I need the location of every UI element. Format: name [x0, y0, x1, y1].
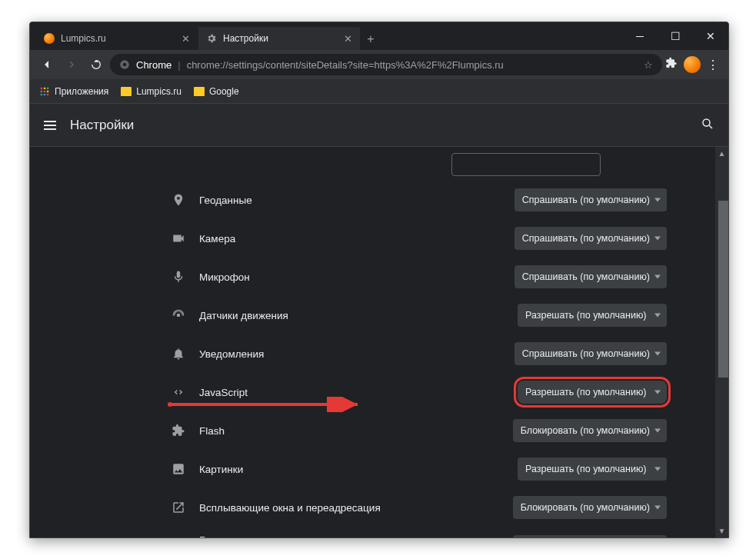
- tab-title: Настройки: [223, 33, 268, 44]
- new-tab-button[interactable]: +: [360, 28, 381, 50]
- permission-row-location: ГеоданныеСпрашивать (по умолчанию): [144, 181, 667, 219]
- permission-row-popup: Всплывающие окна и переадресацияБлокиров…: [144, 488, 667, 527]
- scrollbar[interactable]: ▲ ▼: [715, 147, 728, 537]
- bookmark-label: Lumpics.ru: [136, 86, 182, 97]
- scheme-label: Chrome: [136, 59, 172, 71]
- permission-label: Реклама: [199, 534, 501, 537]
- svg-line-12: [709, 125, 712, 128]
- image-icon: [170, 462, 187, 476]
- gear-icon: [206, 33, 217, 44]
- search-icon[interactable]: [701, 117, 714, 134]
- apps-icon: [39, 86, 50, 97]
- permission-select-camera[interactable]: Спрашивать (по умолчанию): [515, 227, 667, 250]
- popup-icon: [170, 501, 187, 514]
- bookmark-star-icon[interactable]: ☆: [644, 59, 653, 71]
- svg-point-1: [123, 63, 127, 67]
- permission-select-mic[interactable]: Спрашивать (по умолчанию): [515, 265, 667, 288]
- folder-icon: [121, 87, 132, 96]
- scroll-up-icon[interactable]: ▲: [715, 147, 728, 160]
- window-controls: ─ ☐ ✕: [622, 22, 728, 50]
- permission-select-puzzle[interactable]: Блокировать (по умолчанию): [513, 419, 667, 442]
- extensions-icon[interactable]: [665, 57, 678, 72]
- bookmark-label: Google: [209, 86, 239, 97]
- permission-select-motion[interactable]: Разрешать (по умолчанию): [518, 304, 667, 327]
- bookmark-folder-google[interactable]: Google: [194, 86, 239, 97]
- permission-value: Разрешать (по умолчанию): [525, 387, 646, 398]
- permission-row-camera: КамераСпрашивать (по умолчанию): [144, 219, 667, 258]
- permission-value: Спрашивать (по умолчанию): [522, 271, 650, 282]
- svg-point-11: [703, 119, 710, 126]
- permission-select-location[interactable]: Спрашивать (по умолчанию): [515, 188, 667, 211]
- browser-window: Lumpics.ru ✕ Настройки ✕ + ─ ☐ ✕: [29, 22, 729, 538]
- forward-button[interactable]: [61, 54, 82, 75]
- permission-label: Всплывающие окна и переадресация: [199, 502, 501, 514]
- scroll-down-icon[interactable]: ▼: [715, 524, 728, 537]
- permission-label: Картинки: [199, 464, 505, 475]
- permission-row-image: КартинкиРазрешать (по умолчанию): [144, 450, 667, 488]
- camera-icon: [170, 231, 187, 245]
- page-title: Настройки: [70, 118, 134, 133]
- svg-point-13: [177, 314, 181, 318]
- permission-label: Flash: [199, 425, 501, 437]
- menu-icon[interactable]: [44, 121, 56, 130]
- settings-content: ГеоданныеСпрашивать (по умолчанию)Камера…: [30, 147, 728, 537]
- svg-rect-6: [44, 90, 45, 92]
- svg-rect-5: [41, 90, 42, 92]
- permission-row-mic: МикрофонСпрашивать (по умолчанию): [144, 258, 667, 296]
- url-text: chrome://settings/content/siteDetails?si…: [187, 59, 638, 71]
- permission-select-image[interactable]: Разрешать (по умолчанию): [518, 458, 667, 481]
- bookmark-label: Приложения: [55, 86, 108, 97]
- close-window-button[interactable]: ✕: [693, 22, 728, 50]
- maximize-button[interactable]: ☐: [658, 22, 693, 50]
- bookmarks-bar: Приложения Lumpics.ru Google: [30, 79, 728, 104]
- tab-lumpics[interactable]: Lumpics.ru ✕: [36, 27, 198, 50]
- close-icon[interactable]: ✕: [344, 33, 352, 45]
- address-bar[interactable]: Chrome | chrome://settings/content/siteD…: [110, 54, 662, 75]
- motion-icon: [170, 308, 187, 322]
- menu-button[interactable]: ⋮: [707, 58, 719, 72]
- permission-label: Камера: [199, 233, 502, 245]
- permission-row-bell: УведомленияСпрашивать (по умолчанию): [144, 334, 667, 373]
- permission-label: Микрофон: [199, 271, 502, 283]
- reset-permissions-button[interactable]: [451, 153, 601, 176]
- reload-button[interactable]: [85, 54, 107, 75]
- tab-title: Lumpics.ru: [61, 33, 106, 44]
- minimize-button[interactable]: ─: [622, 22, 658, 50]
- permission-select-code[interactable]: Разрешать (по умолчанию): [518, 381, 667, 404]
- toolbar: Chrome | chrome://settings/content/siteD…: [30, 50, 728, 79]
- permission-value: Спрашивать (по умолчанию): [522, 195, 650, 205]
- mic-icon: [170, 270, 187, 284]
- permission-value: Блокировать (по умолчанию): [521, 425, 650, 436]
- location-icon: [170, 193, 187, 207]
- bookmark-apps[interactable]: Приложения: [39, 86, 108, 97]
- permission-label: Геоданные: [199, 195, 502, 206]
- svg-rect-8: [41, 93, 42, 95]
- permission-row-motion: Датчики движенияРазрешать (по умолчанию): [144, 296, 667, 334]
- close-icon[interactable]: ✕: [182, 33, 190, 45]
- permission-label: JavaScript: [199, 387, 505, 398]
- folder-icon: [194, 87, 205, 96]
- favicon-icon: [44, 33, 55, 44]
- permission-select-bell[interactable]: Спрашивать (по умолчанию): [515, 342, 667, 365]
- svg-rect-9: [44, 93, 45, 95]
- permission-value: Спрашивать (по умолчанию): [522, 233, 650, 244]
- permission-row-ads: РекламаБлокировать, если сайт показывает…: [144, 527, 667, 537]
- tab-strip: Lumpics.ru ✕ Настройки ✕ + ─ ☐ ✕: [30, 22, 728, 50]
- puzzle-icon: [170, 424, 187, 438]
- svg-rect-10: [47, 93, 48, 95]
- svg-rect-4: [47, 87, 48, 88]
- svg-rect-2: [41, 87, 42, 88]
- scroll-thumb[interactable]: [718, 201, 728, 378]
- permission-row-code: JavaScriptРазрешать (по умолчанию): [144, 373, 667, 411]
- permission-select-popup[interactable]: Блокировать (по умолчанию): [513, 496, 667, 519]
- permission-value: Разрешать (по умолчанию): [525, 464, 646, 474]
- bookmark-folder-lumpics[interactable]: Lumpics.ru: [121, 86, 182, 97]
- permission-select-ads[interactable]: Блокировать (по умолчанию): [513, 535, 667, 538]
- tab-settings[interactable]: Настройки ✕: [198, 27, 360, 50]
- back-button[interactable]: [36, 54, 58, 75]
- chrome-icon: [119, 59, 130, 70]
- permission-label: Датчики движения: [199, 310, 505, 321]
- profile-avatar[interactable]: [684, 56, 701, 73]
- settings-header: Настройки: [30, 104, 728, 147]
- code-icon: [170, 385, 187, 399]
